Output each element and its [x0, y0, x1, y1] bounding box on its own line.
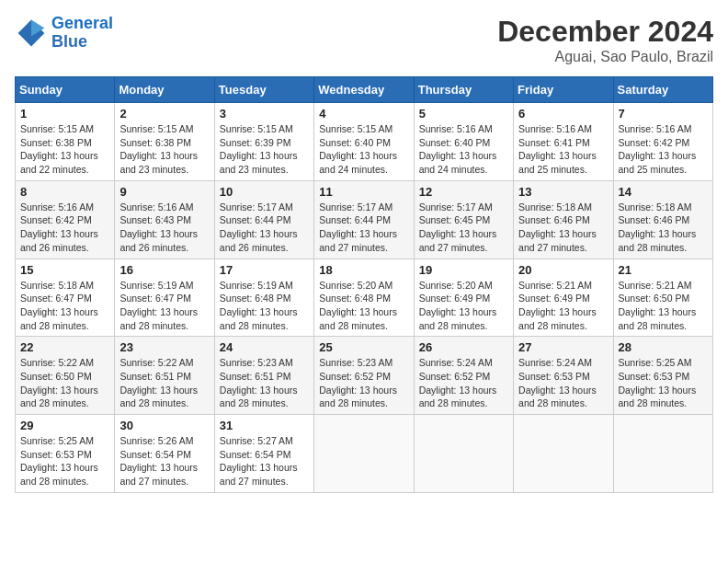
calendar-cell — [414, 415, 513, 493]
day-number: 24 — [220, 340, 309, 354]
calendar-cell: 24Sunrise: 5:23 AM Sunset: 6:51 PM Dayli… — [214, 337, 313, 415]
day-info: Sunrise: 5:25 AM Sunset: 6:53 PM Dayligh… — [20, 434, 109, 488]
day-info: Sunrise: 5:15 AM Sunset: 6:39 PM Dayligh… — [220, 122, 309, 177]
title-block: December 2024 Aguai, Sao Paulo, Brazil — [497, 15, 713, 65]
calendar-cell: 8Sunrise: 5:16 AM Sunset: 6:42 PM Daylig… — [16, 180, 115, 259]
day-number: 19 — [419, 263, 508, 277]
day-number: 15 — [20, 263, 109, 277]
day-info: Sunrise: 5:17 AM Sunset: 6:45 PM Dayligh… — [419, 201, 508, 255]
page-title: December 2024 — [497, 15, 713, 49]
calendar-week-2: 8Sunrise: 5:16 AM Sunset: 6:42 PM Daylig… — [16, 180, 713, 259]
weekday-header-monday: Monday — [115, 77, 214, 103]
calendar-cell: 29Sunrise: 5:25 AM Sunset: 6:53 PM Dayli… — [16, 415, 115, 493]
calendar-week-3: 15Sunrise: 5:18 AM Sunset: 6:47 PM Dayli… — [16, 259, 713, 337]
calendar-cell: 14Sunrise: 5:18 AM Sunset: 6:46 PM Dayli… — [613, 180, 712, 259]
day-info: Sunrise: 5:19 AM Sunset: 6:47 PM Dayligh… — [119, 279, 209, 333]
day-info: Sunrise: 5:16 AM Sunset: 6:41 PM Dayligh… — [518, 122, 608, 177]
calendar-cell: 28Sunrise: 5:25 AM Sunset: 6:53 PM Dayli… — [613, 337, 712, 415]
day-info: Sunrise: 5:23 AM Sunset: 6:51 PM Dayligh… — [220, 356, 309, 410]
day-info: Sunrise: 5:24 AM Sunset: 6:52 PM Dayligh… — [419, 356, 508, 410]
calendar-week-5: 29Sunrise: 5:25 AM Sunset: 6:53 PM Dayli… — [16, 415, 713, 493]
weekday-header-row: SundayMondayTuesdayWednesdayThursdayFrid… — [16, 77, 713, 103]
day-number: 10 — [220, 185, 309, 199]
page-subtitle: Aguai, Sao Paulo, Brazil — [497, 49, 713, 65]
calendar-cell: 15Sunrise: 5:18 AM Sunset: 6:47 PM Dayli… — [16, 259, 115, 337]
logo-text: General Blue — [51, 15, 113, 52]
day-info: Sunrise: 5:16 AM Sunset: 6:42 PM Dayligh… — [20, 201, 109, 255]
day-number: 7 — [619, 107, 708, 121]
day-number: 8 — [20, 185, 109, 199]
day-number: 27 — [518, 340, 608, 354]
day-number: 17 — [220, 263, 309, 277]
day-info: Sunrise: 5:18 AM Sunset: 6:47 PM Dayligh… — [20, 279, 109, 333]
day-number: 6 — [518, 107, 608, 121]
day-number: 12 — [419, 185, 508, 199]
calendar-body: 1Sunrise: 5:15 AM Sunset: 6:38 PM Daylig… — [16, 103, 713, 493]
page-header: General Blue December 2024 Aguai, Sao Pa… — [15, 15, 713, 65]
weekday-header-tuesday: Tuesday — [214, 77, 313, 103]
day-number: 21 — [619, 263, 708, 277]
day-number: 11 — [319, 185, 408, 199]
calendar-cell: 13Sunrise: 5:18 AM Sunset: 6:46 PM Dayli… — [514, 180, 613, 259]
logo-icon — [15, 17, 48, 50]
day-info: Sunrise: 5:16 AM Sunset: 6:43 PM Dayligh… — [119, 201, 209, 255]
day-info: Sunrise: 5:17 AM Sunset: 6:44 PM Dayligh… — [220, 201, 309, 255]
day-info: Sunrise: 5:16 AM Sunset: 6:42 PM Dayligh… — [619, 122, 708, 177]
day-info: Sunrise: 5:15 AM Sunset: 6:38 PM Dayligh… — [119, 122, 209, 177]
weekday-header-thursday: Thursday — [414, 77, 513, 103]
day-info: Sunrise: 5:15 AM Sunset: 6:38 PM Dayligh… — [20, 122, 109, 177]
day-number: 2 — [119, 107, 209, 121]
calendar-cell: 10Sunrise: 5:17 AM Sunset: 6:44 PM Dayli… — [214, 180, 313, 259]
day-info: Sunrise: 5:22 AM Sunset: 6:50 PM Dayligh… — [20, 356, 109, 410]
calendar-cell: 12Sunrise: 5:17 AM Sunset: 6:45 PM Dayli… — [414, 180, 513, 259]
calendar-cell: 23Sunrise: 5:22 AM Sunset: 6:51 PM Dayli… — [115, 337, 214, 415]
day-info: Sunrise: 5:18 AM Sunset: 6:46 PM Dayligh… — [619, 201, 708, 255]
day-info: Sunrise: 5:22 AM Sunset: 6:51 PM Dayligh… — [119, 356, 209, 410]
day-number: 5 — [419, 107, 508, 121]
calendar-cell: 3Sunrise: 5:15 AM Sunset: 6:39 PM Daylig… — [214, 103, 313, 181]
day-number: 3 — [220, 107, 309, 121]
calendar-cell: 20Sunrise: 5:21 AM Sunset: 6:49 PM Dayli… — [514, 259, 613, 337]
calendar-cell: 5Sunrise: 5:16 AM Sunset: 6:40 PM Daylig… — [414, 103, 513, 181]
calendar-cell: 6Sunrise: 5:16 AM Sunset: 6:41 PM Daylig… — [514, 103, 613, 181]
day-info: Sunrise: 5:20 AM Sunset: 6:48 PM Dayligh… — [319, 279, 408, 333]
calendar-cell: 19Sunrise: 5:20 AM Sunset: 6:49 PM Dayli… — [414, 259, 513, 337]
day-info: Sunrise: 5:26 AM Sunset: 6:54 PM Dayligh… — [119, 434, 209, 488]
calendar-cell: 1Sunrise: 5:15 AM Sunset: 6:38 PM Daylig… — [16, 103, 115, 181]
weekday-header-friday: Friday — [514, 77, 613, 103]
day-info: Sunrise: 5:25 AM Sunset: 6:53 PM Dayligh… — [619, 356, 708, 410]
day-number: 23 — [119, 340, 209, 354]
day-number: 18 — [319, 263, 408, 277]
calendar-cell: 7Sunrise: 5:16 AM Sunset: 6:42 PM Daylig… — [613, 103, 712, 181]
day-number: 29 — [20, 419, 109, 432]
calendar-header: SundayMondayTuesdayWednesdayThursdayFrid… — [16, 77, 713, 103]
calendar-cell: 4Sunrise: 5:15 AM Sunset: 6:40 PM Daylig… — [314, 103, 414, 181]
day-info: Sunrise: 5:16 AM Sunset: 6:40 PM Dayligh… — [419, 122, 508, 177]
weekday-header-wednesday: Wednesday — [314, 77, 414, 103]
day-info: Sunrise: 5:24 AM Sunset: 6:53 PM Dayligh… — [518, 356, 608, 410]
calendar-cell: 31Sunrise: 5:27 AM Sunset: 6:54 PM Dayli… — [214, 415, 313, 493]
weekday-header-sunday: Sunday — [16, 77, 115, 103]
day-number: 31 — [220, 419, 309, 432]
calendar-cell: 27Sunrise: 5:24 AM Sunset: 6:53 PM Dayli… — [514, 337, 613, 415]
calendar-table: SundayMondayTuesdayWednesdayThursdayFrid… — [15, 76, 713, 493]
day-number: 26 — [419, 340, 508, 354]
calendar-cell: 22Sunrise: 5:22 AM Sunset: 6:50 PM Dayli… — [16, 337, 115, 415]
calendar-cell: 21Sunrise: 5:21 AM Sunset: 6:50 PM Dayli… — [613, 259, 712, 337]
calendar-cell: 30Sunrise: 5:26 AM Sunset: 6:54 PM Dayli… — [115, 415, 214, 493]
day-number: 14 — [619, 185, 708, 199]
day-info: Sunrise: 5:18 AM Sunset: 6:46 PM Dayligh… — [518, 201, 608, 255]
calendar-cell: 11Sunrise: 5:17 AM Sunset: 6:44 PM Dayli… — [314, 180, 414, 259]
day-number: 16 — [119, 263, 209, 277]
day-number: 30 — [119, 419, 209, 432]
day-number: 4 — [319, 107, 408, 121]
day-number: 13 — [518, 185, 608, 199]
calendar-cell: 9Sunrise: 5:16 AM Sunset: 6:43 PM Daylig… — [115, 180, 214, 259]
day-number: 25 — [319, 340, 408, 354]
day-info: Sunrise: 5:15 AM Sunset: 6:40 PM Dayligh… — [319, 122, 408, 177]
calendar-cell: 2Sunrise: 5:15 AM Sunset: 6:38 PM Daylig… — [115, 103, 214, 181]
calendar-cell — [314, 415, 414, 493]
day-number: 20 — [518, 263, 608, 277]
day-number: 1 — [20, 107, 109, 121]
day-info: Sunrise: 5:21 AM Sunset: 6:49 PM Dayligh… — [518, 279, 608, 333]
